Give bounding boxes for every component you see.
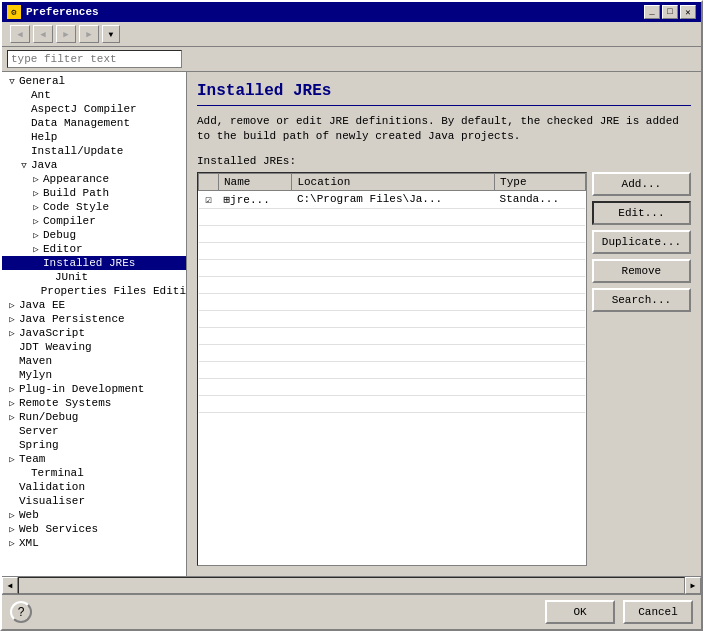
sidebar: ▽ General Ant AspectJ Compiler Data Mana <box>2 72 187 576</box>
table-row-empty-4 <box>199 259 586 276</box>
sidebar-item-java-ee[interactable]: ▷ Java EE <box>2 298 186 312</box>
search-button[interactable]: Search... <box>592 288 691 312</box>
sidebar-item-run-debug[interactable]: ▷ Run/Debug <box>2 410 186 424</box>
nav-dropdown[interactable]: ▼ <box>102 25 120 43</box>
expander-ant <box>18 89 30 101</box>
table-row-empty-6 <box>199 293 586 310</box>
sidebar-item-compiler[interactable]: ▷ Compiler <box>2 214 186 228</box>
ok-button[interactable]: OK <box>545 600 615 624</box>
table-buttons-row: Name Location Type ☑ ⊞jre... C:\Program … <box>197 172 691 566</box>
sidebar-item-validation[interactable]: Validation <box>2 480 186 494</box>
back-arrow[interactable]: ◀ <box>10 25 30 43</box>
right-panel: Installed JREs Add, remove or edit JRE d… <box>187 72 701 576</box>
panel-title: Installed JREs <box>197 82 691 106</box>
duplicate-button[interactable]: Duplicate... <box>592 230 691 254</box>
edit-button[interactable]: Edit... <box>592 201 691 225</box>
sidebar-item-java[interactable]: ▽ Java <box>2 158 186 172</box>
table-row-empty-2 <box>199 225 586 242</box>
row-name: ⊞jre... <box>219 190 292 208</box>
bottom-right-buttons: OK Cancel <box>545 600 693 624</box>
jre-table: Name Location Type ☑ ⊞jre... C:\Program … <box>198 173 586 413</box>
col-checkbox <box>199 173 219 190</box>
description: Add, remove or edit JRE definitions. By … <box>197 114 691 145</box>
preferences-window: ⚙ Preferences _ □ ✕ ◀ ◀ ▶ ▶ ▼ ▽ Gener <box>0 0 703 631</box>
row-checkbox[interactable]: ☑ <box>199 190 219 208</box>
remove-button[interactable]: Remove <box>592 259 691 283</box>
table-row-empty-7 <box>199 310 586 327</box>
table-row-empty-3 <box>199 242 586 259</box>
expander-general: ▽ <box>6 75 18 87</box>
sidebar-item-data-mgmt[interactable]: Data Management <box>2 116 186 130</box>
table-row-empty-5 <box>199 276 586 293</box>
action-buttons: Add... Edit... Duplicate... Remove Searc… <box>592 172 691 566</box>
sidebar-item-plugin-dev[interactable]: ▷ Plug-in Development <box>2 382 186 396</box>
sidebar-item-ant[interactable]: Ant <box>2 88 186 102</box>
scroll-track[interactable] <box>18 577 685 594</box>
sidebar-item-aspectj[interactable]: AspectJ Compiler <box>2 102 186 116</box>
sidebar-item-xml[interactable]: ▷ XML <box>2 536 186 550</box>
sidebar-item-java-persistence[interactable]: ▷ Java Persistence <box>2 312 186 326</box>
sidebar-item-installed-jres[interactable]: Installed JREs <box>2 256 186 270</box>
jres-label: Installed JREs: <box>197 155 691 167</box>
bottom-bar: ? OK Cancel <box>2 594 701 629</box>
sidebar-item-install[interactable]: Install/Update <box>2 144 186 158</box>
maximize-button[interactable]: □ <box>662 5 678 19</box>
sidebar-item-buildpath[interactable]: ▷ Build Path <box>2 186 186 200</box>
row-location: C:\Program Files\Ja... <box>292 190 495 208</box>
window-title: Preferences <box>26 6 644 18</box>
scroll-left[interactable]: ◀ <box>2 577 18 594</box>
col-name: Name <box>219 173 292 190</box>
close-button[interactable]: ✕ <box>680 5 696 19</box>
filter-bar <box>2 47 701 72</box>
window-controls: _ □ ✕ <box>644 5 696 19</box>
sidebar-item-remote-systems[interactable]: ▷ Remote Systems <box>2 396 186 410</box>
expander-java: ▽ <box>18 159 30 171</box>
sidebar-scrollbar: ◀ ▶ <box>2 576 701 594</box>
sidebar-item-codestyle[interactable]: ▷ Code Style <box>2 200 186 214</box>
sidebar-item-team[interactable]: ▷ Team <box>2 452 186 466</box>
sidebar-item-javascript[interactable]: ▷ JavaScript <box>2 326 186 340</box>
scroll-right[interactable]: ▶ <box>685 577 701 594</box>
jre-table-container: Name Location Type ☑ ⊞jre... C:\Program … <box>197 172 587 566</box>
sidebar-item-terminal[interactable]: Terminal <box>2 466 186 480</box>
table-row-empty-10 <box>199 361 586 378</box>
sidebar-item-visualiser[interactable]: Visualiser <box>2 494 186 508</box>
cancel-button[interactable]: Cancel <box>623 600 693 624</box>
table-row-empty-9 <box>199 344 586 361</box>
sidebar-item-mylyn[interactable]: Mylyn <box>2 368 186 382</box>
sidebar-item-web-services[interactable]: ▷ Web Services <box>2 522 186 536</box>
title-bar: ⚙ Preferences _ □ ✕ <box>2 2 701 22</box>
sidebar-item-help[interactable]: Help <box>2 130 186 144</box>
content-area: ▽ General Ant AspectJ Compiler Data Mana <box>2 47 701 594</box>
add-button[interactable]: Add... <box>592 172 691 196</box>
sidebar-item-appearance[interactable]: ▷ Appearance <box>2 172 186 186</box>
main-split: ▽ General Ant AspectJ Compiler Data Mana <box>2 72 701 576</box>
back-arrow2[interactable]: ◀ <box>33 25 53 43</box>
table-row-empty-1 <box>199 208 586 225</box>
sidebar-item-prop-files[interactable]: Properties Files Editi <box>2 284 186 298</box>
table-row-empty-12 <box>199 395 586 412</box>
sidebar-item-server[interactable]: Server <box>2 424 186 438</box>
table-row-empty-11 <box>199 378 586 395</box>
minimize-button[interactable]: _ <box>644 5 660 19</box>
filter-input[interactable] <box>7 50 182 68</box>
sidebar-item-spring[interactable]: Spring <box>2 438 186 452</box>
nav-bar: ◀ ◀ ▶ ▶ ▼ <box>2 22 701 47</box>
sidebar-item-maven[interactable]: Maven <box>2 354 186 368</box>
forward-arrow2[interactable]: ▶ <box>79 25 99 43</box>
sidebar-item-web[interactable]: ▷ Web <box>2 508 186 522</box>
window-icon: ⚙ <box>7 5 21 19</box>
sidebar-item-editor[interactable]: ▷ Editor <box>2 242 186 256</box>
sidebar-item-general[interactable]: ▽ General <box>2 74 186 88</box>
help-button[interactable]: ? <box>10 601 32 623</box>
table-row-empty-8 <box>199 327 586 344</box>
sidebar-item-jdt-weaving[interactable]: JDT Weaving <box>2 340 186 354</box>
table-row[interactable]: ☑ ⊞jre... C:\Program Files\Ja... Standa.… <box>199 190 586 208</box>
col-location: Location <box>292 173 495 190</box>
sidebar-item-debug[interactable]: ▷ Debug <box>2 228 186 242</box>
col-type: Type <box>495 173 586 190</box>
sidebar-item-junit[interactable]: JUnit <box>2 270 186 284</box>
forward-arrow[interactable]: ▶ <box>56 25 76 43</box>
row-type: Standa... <box>495 190 586 208</box>
